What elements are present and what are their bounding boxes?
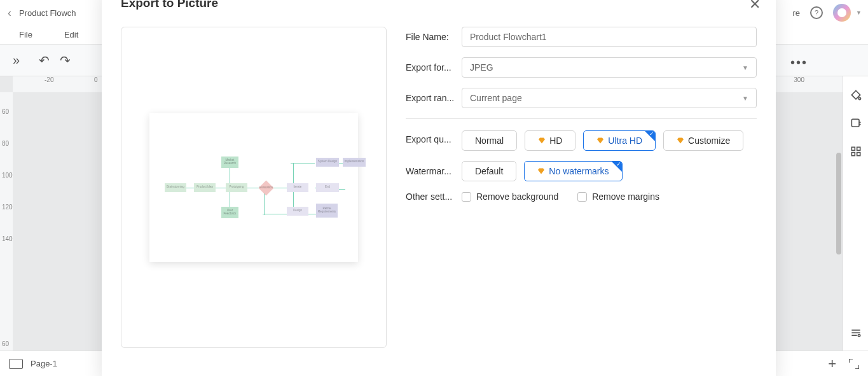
svg-rect-1 bbox=[851, 147, 855, 150]
remove-margins-checkbox[interactable]: Remove margins bbox=[577, 191, 659, 202]
filename-input[interactable] bbox=[462, 27, 757, 47]
checkbox-icon bbox=[462, 192, 471, 202]
watermark-none-button[interactable]: No watermarks bbox=[524, 161, 622, 181]
format-select[interactable]: JPEG ▼ bbox=[462, 57, 757, 78]
remove-background-checkbox[interactable]: Remove background bbox=[462, 191, 558, 202]
add-page-icon[interactable]: + bbox=[828, 356, 836, 372]
settings-list-icon[interactable] bbox=[850, 326, 862, 339]
ruler-vertical: 60 80 100 120 140 60 bbox=[0, 92, 13, 351]
chevron-down-icon: ▼ bbox=[742, 64, 748, 71]
diamond-icon bbox=[538, 137, 546, 144]
format-label: Export for... bbox=[406, 62, 462, 73]
quality-hd-button[interactable]: HD bbox=[525, 130, 575, 151]
diamond-icon bbox=[677, 137, 684, 144]
scrollbar-vertical[interactable] bbox=[836, 153, 841, 254]
quality-label: Export qu... bbox=[406, 130, 462, 144]
apps-icon[interactable] bbox=[850, 145, 862, 158]
export-settings-icon[interactable] bbox=[850, 117, 862, 130]
fullscreen-icon[interactable] bbox=[849, 359, 859, 369]
export-modal: Export to Picture ✕ Brainstorming Produc… bbox=[102, 0, 776, 376]
side-panel bbox=[843, 76, 868, 351]
range-select[interactable]: Current page ▼ bbox=[462, 88, 757, 108]
range-label: Export ran... bbox=[406, 93, 462, 103]
modal-title: Export to Picture bbox=[121, 0, 218, 10]
share-btn-partial[interactable]: re bbox=[793, 8, 801, 18]
avatar-caret-icon[interactable]: ▼ bbox=[856, 10, 862, 16]
help-icon[interactable]: ? bbox=[810, 6, 823, 19]
undo-icon[interactable]: ↶ bbox=[39, 53, 50, 68]
quality-customize-button[interactable]: Customize bbox=[663, 130, 743, 151]
quality-ultrahd-button[interactable]: Ultra HD bbox=[583, 130, 656, 151]
redo-icon[interactable]: ↷ bbox=[60, 53, 71, 68]
menu-edit[interactable]: Edit bbox=[64, 30, 78, 39]
preview-thumbnail: Brainstorming Product Idea Market Resear… bbox=[149, 113, 358, 262]
close-icon[interactable]: ✕ bbox=[749, 0, 761, 13]
fill-icon[interactable] bbox=[850, 89, 862, 102]
checkbox-icon bbox=[577, 192, 587, 202]
divider bbox=[406, 118, 757, 119]
export-form: File Name: Export for... JPEG ▼ Export r… bbox=[406, 27, 757, 212]
more-icon[interactable]: ••• bbox=[790, 55, 808, 70]
svg-point-5 bbox=[858, 335, 860, 337]
avatar[interactable] bbox=[833, 4, 851, 22]
svg-rect-2 bbox=[857, 147, 860, 150]
svg-rect-4 bbox=[857, 153, 860, 156]
diamond-icon bbox=[537, 167, 545, 175]
back-icon[interactable]: ‹ bbox=[8, 6, 11, 20]
watermark-label: Watermar... bbox=[406, 166, 462, 176]
diamond-icon bbox=[596, 137, 604, 144]
filename-label: File Name: bbox=[406, 32, 462, 42]
menu-file[interactable]: File bbox=[19, 30, 32, 39]
preview-panel: Brainstorming Product Idea Market Resear… bbox=[121, 27, 387, 348]
page-view-icon[interactable] bbox=[9, 359, 23, 369]
svg-rect-3 bbox=[851, 153, 855, 156]
page-label[interactable]: Page-1 bbox=[31, 359, 57, 368]
watermark-default-button[interactable]: Default bbox=[462, 161, 516, 181]
expand-icon[interactable]: » bbox=[13, 53, 20, 67]
chevron-down-icon: ▼ bbox=[742, 95, 748, 102]
quality-normal-button[interactable]: Normal bbox=[462, 130, 517, 151]
other-label: Other sett... bbox=[406, 191, 462, 202]
svg-rect-0 bbox=[851, 119, 859, 127]
document-title: Product Flowch bbox=[19, 8, 76, 18]
